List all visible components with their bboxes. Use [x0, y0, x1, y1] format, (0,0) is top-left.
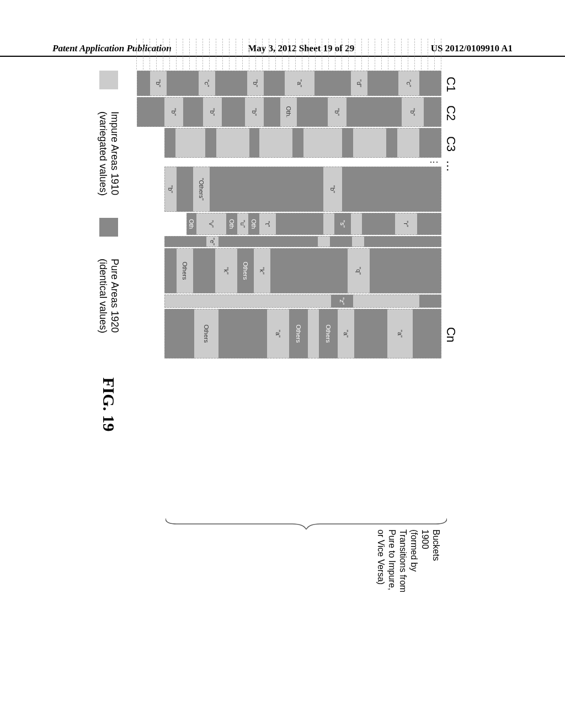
brace-note: (formed by Transitions from Pure to Impu… [375, 529, 419, 596]
pure-cell [249, 128, 259, 158]
col-header: Cn [444, 310, 458, 360]
column [130, 128, 441, 158]
pure-cell [193, 248, 215, 293]
pure-cell [137, 71, 150, 96]
row-ticks [130, 39, 441, 69]
impure-cell [351, 213, 362, 235]
impure-cell: "b" [328, 97, 347, 127]
pure-cell: Oth [186, 213, 196, 235]
pure-cell [205, 128, 216, 158]
impure-cell: "a" [387, 309, 413, 358]
pure-cell [215, 71, 247, 96]
pure-cell [264, 97, 280, 127]
impure-cell: "k" [254, 248, 270, 293]
impure-cell: "b" [402, 97, 424, 127]
impure-cell [308, 309, 319, 358]
pure-cell [164, 128, 175, 158]
pure-cell [354, 309, 387, 358]
column: "z" [130, 295, 441, 308]
legend-impure: Impure Areas 1910 (variegated values) [98, 111, 120, 196]
impure-cell: "b" [245, 97, 264, 127]
impure-cell: "b" [150, 71, 167, 96]
impure-cell [397, 128, 419, 158]
impure-cell [259, 128, 292, 158]
impure-cell: "e" [206, 236, 218, 247]
pure-cell [167, 71, 199, 96]
impure-cell: "a" [267, 309, 289, 358]
pure-swatch [99, 218, 118, 237]
pure-cell [413, 309, 441, 358]
pure-cell [370, 248, 441, 293]
impure-cell: Others [177, 248, 193, 293]
buckets-label: Buckets 1900 (formed by Transitions from… [375, 529, 441, 596]
pure-cell [419, 128, 441, 158]
legend-pure: Pure Areas 1920 (identical values) [98, 259, 120, 333]
impure-cell: "v" [196, 213, 226, 235]
impure-cell [323, 213, 334, 235]
impure-cell: "a" [285, 71, 315, 96]
column: "c""d""a""b""c""b" [130, 71, 441, 96]
pure-cell [297, 97, 328, 127]
impure-cell [353, 295, 419, 308]
brace-ref: 1900 [419, 529, 430, 596]
impure-cell: "k" [215, 248, 237, 293]
brace-title: Buckets [430, 529, 441, 596]
impure-cell: "r" [395, 213, 417, 235]
col-header [444, 249, 458, 295]
col-header [444, 237, 458, 248]
impure-cell [175, 128, 205, 158]
pure-cell [419, 71, 441, 96]
brace-icon [166, 516, 447, 529]
pure-cell: Oth [248, 213, 259, 235]
pure-cell [222, 97, 245, 127]
pure-cell [218, 309, 267, 358]
pure-cell [164, 248, 177, 293]
figure-19: C1C2C3…Cn Buckets 1900 (formed by Transi… [83, 39, 458, 524]
column: "a""a"OthersOthers"a"Others [130, 309, 441, 358]
pure-cell [218, 236, 318, 247]
pure-cell [386, 128, 397, 158]
pure-cell: Oth [226, 213, 237, 235]
impure-cell [303, 128, 342, 158]
pure-cell [264, 71, 285, 96]
impure-cell: "b" [203, 97, 222, 127]
impure-cell: "c" [398, 71, 419, 96]
col-header: … [444, 160, 458, 167]
pure-cell [362, 213, 395, 235]
pure-cell: Others [289, 309, 308, 358]
impure-cell [216, 128, 249, 158]
pure-cell [164, 309, 194, 358]
pure-cell [424, 97, 441, 127]
pure-cell [183, 97, 203, 127]
column: "q""k"Others"k"Others [130, 248, 441, 293]
legend: Impure Areas 1910 (variegated values) Pu… [98, 39, 120, 524]
legend-pure-label: Pure Areas 1920 [109, 259, 120, 333]
figure-number: FIG. 19 [99, 377, 118, 431]
pure-cell [419, 295, 441, 308]
bucket-grid: Buckets 1900 (formed by Transitions from… [130, 39, 441, 524]
pure-cell: "z" [331, 295, 353, 308]
col-header [444, 214, 458, 236]
col-header [444, 296, 458, 309]
column: "e" [130, 236, 441, 247]
impure-cell: Oth. [280, 97, 297, 127]
pure-cell [270, 248, 348, 293]
impure-cell [352, 236, 364, 247]
pure-cell [330, 236, 352, 247]
ellipsis-column: ⋮ [130, 159, 441, 165]
impure-cell: Others [194, 309, 218, 358]
legend-impure-sub: (variegated values) [98, 111, 109, 196]
pure-cell [342, 167, 441, 212]
pure-cell [417, 213, 441, 235]
pure-cell [315, 71, 351, 96]
col-header: C2 [444, 98, 458, 128]
pure-cell: Others [319, 309, 338, 358]
pure-cell: "s" [334, 213, 351, 235]
col-header [444, 168, 458, 213]
pure-cell [210, 167, 323, 212]
impure-cell: "u" [237, 213, 248, 235]
legend-pure-sub: (identical values) [98, 259, 109, 333]
pure-cell [164, 236, 206, 247]
impure-cell: "d" [351, 71, 367, 96]
legend-impure-label: Impure Areas 1910 [109, 111, 120, 196]
